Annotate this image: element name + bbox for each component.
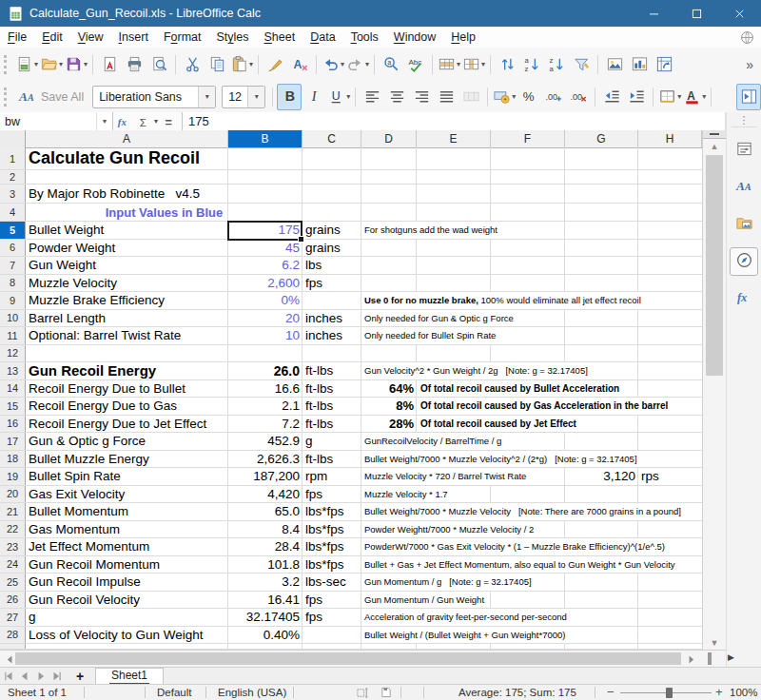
- cell-b14[interactable]: 16.6: [228, 380, 300, 398]
- column-header-c[interactable]: C: [302, 130, 361, 147]
- menu-tools[interactable]: Tools: [343, 29, 386, 46]
- font-size-combo[interactable]: 12▾: [222, 86, 265, 108]
- cell-b9[interactable]: 0%: [228, 292, 300, 309]
- horizontal-split-handle[interactable]: [708, 652, 712, 665]
- zoom-slider-thumb[interactable]: [666, 688, 673, 698]
- cell-a27[interactable]: g: [29, 609, 36, 626]
- cell-c25[interactable]: lbs-sec: [305, 574, 346, 591]
- open-folder-dropdown-icon[interactable]: ▾: [59, 60, 63, 68]
- font-size-combo-dropdown-icon[interactable]: ▾: [247, 87, 264, 107]
- row-header-7[interactable]: 7: [0, 257, 26, 274]
- formula-input[interactable]: 175: [182, 112, 725, 130]
- cell-d16-percent[interactable]: 28%: [361, 416, 414, 433]
- cell-a9[interactable]: Muzzle Brake Efficiency: [29, 292, 165, 309]
- cell-d25-note[interactable]: Gun Momentum / g [Note: g = 32.17405]: [364, 574, 535, 591]
- row-header-23[interactable]: 23: [0, 538, 26, 555]
- redo-dropdown-icon[interactable]: ▾: [365, 60, 369, 68]
- sheet-tab-sheet1[interactable]: Sheet1: [95, 668, 164, 685]
- row-header-13[interactable]: 13: [0, 362, 26, 379]
- cell-b25[interactable]: 3.2: [228, 574, 300, 591]
- increase-indent-button[interactable]: [624, 84, 649, 110]
- cell-e14-note[interactable]: Of total recoil caused by Bullet Acceler…: [420, 380, 622, 398]
- sort-ascending-button[interactable]: az: [519, 51, 544, 78]
- insert-row-button[interactable]: ▾: [437, 51, 461, 78]
- row-header-29[interactable]: [0, 644, 26, 649]
- format-currency-button[interactable]: ▾: [492, 84, 517, 110]
- column-header-d[interactable]: D: [361, 130, 417, 147]
- cell-a11[interactable]: Optional: Barrel Twist Rate: [29, 327, 181, 344]
- cell-g19[interactable]: 3,120: [565, 468, 635, 485]
- selection-stats[interactable]: Average: 175; Sum: 175: [459, 686, 576, 699]
- row-header-28[interactable]: 28: [0, 627, 26, 644]
- selection-mode-icon[interactable]: [356, 686, 370, 699]
- cell-d5-note[interactable]: For shotguns add the wad weight: [364, 222, 500, 239]
- cell-d20-note[interactable]: Muzzle Velocity * 1.7: [364, 486, 451, 503]
- cell-c21[interactable]: lbs*fps: [305, 503, 344, 520]
- insert-image-button[interactable]: [602, 51, 627, 78]
- cell-c10[interactable]: inches: [305, 310, 342, 327]
- cell-d10-note[interactable]: Only needed for Gun & Optic g Force: [364, 310, 517, 327]
- styles-aa-button[interactable]: AA: [14, 84, 39, 110]
- cell-a1[interactable]: Calculate Gun Recoil: [29, 147, 200, 169]
- borders-button[interactable]: ▾: [657, 84, 682, 110]
- cell-h19[interactable]: rps: [641, 468, 659, 485]
- cell-a28[interactable]: Loss of Velocity to Gun Weight: [29, 627, 204, 644]
- cell-b18[interactable]: 2,626.3: [228, 451, 300, 468]
- cell-c13[interactable]: ft-lbs: [305, 362, 333, 379]
- scroll-right-icon[interactable]: [683, 651, 699, 667]
- cell-c22[interactable]: lbs*fps: [305, 521, 344, 538]
- split-window-handle[interactable]: [703, 130, 726, 139]
- cell-b23[interactable]: 28.4: [228, 538, 300, 555]
- menu-sheet[interactable]: Sheet: [257, 29, 303, 46]
- cell-b28[interactable]: 0.40%: [228, 627, 300, 644]
- cell-c26[interactable]: fps: [305, 592, 322, 609]
- menu-file[interactable]: File: [0, 29, 34, 46]
- close-button[interactable]: [718, 0, 761, 27]
- cell-d28-note[interactable]: Bullet Weight / (Bullet Weight + Gun Wei…: [364, 627, 569, 644]
- row-header-12[interactable]: 12: [0, 345, 26, 362]
- cell-c27[interactable]: fps: [305, 609, 322, 626]
- cell-a5[interactable]: Bullet Weight: [29, 222, 104, 239]
- insert-row-dropdown-icon[interactable]: ▾: [457, 60, 460, 68]
- cell-b10[interactable]: 20: [228, 310, 300, 327]
- row-header-1[interactable]: 1: [0, 147, 26, 169]
- cell-b13[interactable]: 26.0: [228, 362, 300, 379]
- cell-b27[interactable]: 32.17405: [228, 609, 300, 626]
- font-name-combo[interactable]: Liberation Sans▾: [92, 86, 216, 108]
- equals-icon[interactable]: =: [159, 112, 182, 130]
- cell-b20[interactable]: 4,420: [228, 486, 300, 503]
- cell-a20[interactable]: Gas Exit Velocity: [29, 486, 125, 503]
- font-color-dropdown-icon[interactable]: ▾: [702, 92, 706, 101]
- menu-format[interactable]: Format: [156, 29, 209, 46]
- export-pdf-button[interactable]: [97, 51, 122, 78]
- zoom-out-icon[interactable]: −: [607, 685, 615, 699]
- cell-d15-percent[interactable]: 8%: [361, 398, 414, 415]
- row-header-11[interactable]: 11: [0, 327, 26, 344]
- cell-d23-note[interactable]: PowderWt/7000 * Gas Exit Velocity * (1 –…: [364, 538, 668, 555]
- selected-cell-b5[interactable]: [227, 221, 302, 241]
- row-header-5[interactable]: 5: [0, 222, 26, 239]
- scroll-up-icon[interactable]: ▲: [703, 139, 726, 153]
- cell-e15-note[interactable]: Of total recoil caused by Gas Accelerati…: [420, 398, 671, 415]
- delete-decimal-button[interactable]: .00: [566, 84, 591, 110]
- cell-b11[interactable]: 10: [228, 327, 300, 344]
- underline-button[interactable]: U▾: [326, 84, 351, 110]
- horizontal-scrollbar[interactable]: [0, 650, 726, 667]
- new-document-dropdown-icon[interactable]: ▾: [34, 60, 38, 68]
- row-header-21[interactable]: 21: [0, 503, 26, 520]
- row-header-27[interactable]: 27: [0, 609, 26, 626]
- cell-a14[interactable]: Recoil Energy Due to Bullet: [29, 380, 185, 398]
- cell-b26[interactable]: 16.41: [228, 592, 300, 609]
- cell-b19[interactable]: 187,200: [228, 468, 300, 485]
- pivot-table-button[interactable]: [652, 51, 676, 78]
- align-center-button[interactable]: [384, 84, 409, 110]
- cell-c19[interactable]: rpm: [305, 468, 327, 485]
- cell-e16-note[interactable]: Of total recoil caused by Jet Effect: [420, 416, 579, 433]
- cell-c6[interactable]: grains: [305, 240, 341, 257]
- decrease-indent-button[interactable]: [599, 84, 624, 110]
- row-header-6[interactable]: 6: [0, 240, 26, 257]
- menu-window[interactable]: Window: [386, 29, 443, 46]
- cell-a21[interactable]: Bullet Momentum: [29, 503, 128, 520]
- sidebar-functions-button[interactable]: fx: [730, 284, 758, 313]
- cell-c23[interactable]: lbs*fps: [305, 538, 344, 555]
